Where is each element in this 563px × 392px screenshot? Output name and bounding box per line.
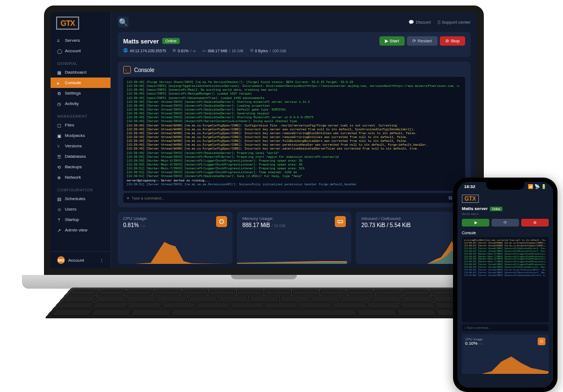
phone-actions: ▶ ⟳ ⊘ xyxy=(462,219,549,227)
top-links: 💬Discord ⍰Support center xyxy=(409,20,471,25)
phone-screen: 18:32 📶 📡 🔋 GTX Matts server Online Serv… xyxy=(457,182,553,388)
stat-value: 49.12.174.220:25575 xyxy=(130,49,166,53)
status-badge: Online xyxy=(162,38,180,44)
server-header: Matts server Online ▶Start ⟳Restart ⊘Sto… xyxy=(118,32,471,57)
branch-icon: ⑂ xyxy=(57,144,62,148)
backup-icon: ⟲ xyxy=(57,165,62,169)
nav-dashboard[interactable]: ▦Dashboard xyxy=(51,67,111,78)
phone-server-row: Matts server Online xyxy=(462,206,549,211)
server-stats: 🌐49.12.174.220:25575 ⊞0.81% / ∞ ▭888.17 … xyxy=(123,48,465,53)
phone-mockup: 18:32 📶 📡 🔋 GTX Matts server Online Serv… xyxy=(453,178,558,392)
support-link[interactable]: ⍰Support center xyxy=(438,20,471,25)
signal-icon: 📶 xyxy=(528,184,533,189)
laptop-keyboard xyxy=(45,288,484,318)
nav-label: Startup xyxy=(65,217,79,222)
search-icon: 🔍 xyxy=(119,18,128,26)
search-button[interactable]: 🔍 xyxy=(118,16,129,27)
stop-icon: ⊘ xyxy=(445,38,449,43)
phone-console-input[interactable]: » Type a command... xyxy=(462,324,549,331)
nav-network[interactable]: ⊕Network xyxy=(51,172,111,183)
nav-console[interactable]: ▸Console xyxy=(51,78,111,88)
nav-configuration: Configuration ▤Schedules ☺Users ⇡Startup… xyxy=(51,184,111,236)
stat-disk: ⊟0 Bytes / 100 GiB xyxy=(250,48,286,53)
app-root: GTX ≡Servers ◯Account General ▦Dashboard… xyxy=(51,12,477,268)
nav-label: Schedules xyxy=(65,196,85,201)
logo: GTX xyxy=(51,12,111,34)
nav-heading: General xyxy=(51,58,111,67)
metric-mem: Memory Usage: 888.17 MiB / 16 GiB xyxy=(237,212,352,264)
phone-stop-button[interactable]: ⊘ xyxy=(521,219,549,227)
phone-time: 18:32 xyxy=(464,184,475,189)
stat-value: 888.17 MiB xyxy=(208,49,227,53)
phone-cpu-chart xyxy=(462,354,549,374)
sidebar: GTX ≡Servers ◯Account General ▦Dashboard… xyxy=(51,12,111,268)
phone-console-title: Console xyxy=(462,231,549,235)
phone-substat[interactable]: Server stats ▾ xyxy=(462,212,549,216)
console-header: ›_ Console xyxy=(123,66,465,74)
account-footer[interactable]: MG Account ⋮ xyxy=(51,251,111,268)
nav-files[interactable]: ▢Files xyxy=(51,120,111,130)
svg-rect-0 xyxy=(220,220,223,223)
phone-restart-button[interactable]: ⟳ xyxy=(492,219,519,227)
nav-servers[interactable]: ≡Servers xyxy=(51,35,111,46)
stat-max: 16 GiB xyxy=(231,49,243,53)
nav-label: Network xyxy=(65,175,81,180)
disk-icon: ⊟ xyxy=(250,48,253,53)
nav-databases[interactable]: ☰Databases xyxy=(51,151,111,162)
logo-part2: X xyxy=(472,196,476,202)
nav-activity[interactable]: ◷Activity xyxy=(51,98,111,109)
nav-admin-view[interactable]: ↗Admin view xyxy=(51,225,111,235)
phone-placeholder: Type a command... xyxy=(467,326,490,329)
cpu-icon xyxy=(538,338,545,345)
nav-management: Management ▢Files ▣Modpacks ⑂Versions ☰D… xyxy=(51,110,111,184)
svg-rect-2 xyxy=(540,340,543,343)
logo-part1: GT xyxy=(465,196,472,202)
account-label: Account xyxy=(68,258,84,263)
start-button[interactable]: ▶Start xyxy=(379,36,405,46)
metric-max: ∞ xyxy=(142,224,145,228)
phone-start-button[interactable]: ▶ xyxy=(462,219,489,227)
play-icon: ▶ xyxy=(385,38,388,43)
phone-app: GTX Matts server Online Server stats ▾ ▶… xyxy=(457,191,553,377)
nav-top: ≡Servers ◯Account xyxy=(51,34,111,57)
eye-icon: ↗ xyxy=(57,228,62,233)
console-input[interactable] xyxy=(131,196,446,200)
nav-heading: Configuration xyxy=(51,185,111,194)
nav-startup[interactable]: ⇡Startup xyxy=(51,214,111,225)
phone-console-output[interactable]: erroringBlockEntities was corrected from… xyxy=(462,237,549,322)
calendar-icon: ▤ xyxy=(57,197,62,201)
nav-users[interactable]: ☺Users xyxy=(51,204,111,214)
memory-icon xyxy=(335,216,346,227)
nav-backups[interactable]: ⟲Backups xyxy=(51,162,111,172)
phone-metric-max: ∞ xyxy=(481,342,483,345)
link-label: Discord xyxy=(416,20,430,25)
phone-logo: GTX xyxy=(462,195,479,203)
stop-button[interactable]: ⊘Stop xyxy=(440,36,465,46)
nav-modpacks[interactable]: ▣Modpacks xyxy=(51,130,111,141)
nav-versions[interactable]: ⑂Versions xyxy=(51,141,111,151)
topbar: 🔍 💬Discord ⍰Support center xyxy=(118,16,471,27)
nav-label: Files xyxy=(65,123,74,128)
user-icon: ◯ xyxy=(57,49,62,53)
stat-cpu: ⊞0.81% / ∞ xyxy=(173,48,196,53)
console-output[interactable]: [13:39:48] [Forge Version Check/INFO] [n… xyxy=(123,77,465,191)
metric-label: Inbound / Outbound: xyxy=(361,216,465,221)
discord-link[interactable]: 💬Discord xyxy=(409,20,430,25)
nav-account-top[interactable]: ◯Account xyxy=(51,46,111,56)
logo-part1: GT xyxy=(60,19,70,27)
rocket-icon: ⇡ xyxy=(57,218,62,222)
nav-settings[interactable]: ⚙Settings xyxy=(51,88,111,98)
folder-icon: ▢ xyxy=(57,123,62,128)
metric-cpu: CPU Usage: 0.81% / ∞ xyxy=(118,212,233,264)
box-icon: ▣ xyxy=(57,134,62,138)
restart-button[interactable]: ⟳Restart xyxy=(407,36,438,46)
memory-icon: ▭ xyxy=(202,48,206,53)
metric-value: 0.81% xyxy=(123,222,139,228)
logo-part2: X xyxy=(70,19,74,27)
nav-label: Servers xyxy=(65,38,80,43)
more-icon[interactable]: ⋮ xyxy=(100,258,104,263)
phone-notch xyxy=(486,182,525,190)
terminal-icon: ▸ xyxy=(57,81,62,85)
phone-metric-value: 0.10% xyxy=(465,341,478,346)
nav-schedules[interactable]: ▤Schedules xyxy=(51,194,111,204)
